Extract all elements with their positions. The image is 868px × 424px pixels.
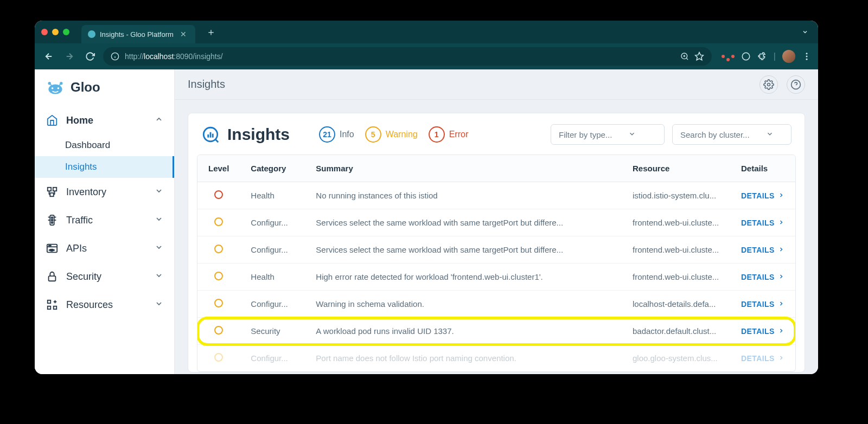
new-tab-button[interactable]: ＋ (201, 25, 221, 38)
content: Insights 21 Info 5 Warning 1 (175, 100, 818, 374)
chevron-right-icon (778, 273, 784, 281)
stat-err-label: Error (449, 130, 469, 139)
help-button[interactable] (787, 75, 805, 94)
stat-info-label: Info (340, 130, 354, 139)
chevron-down-icon (155, 187, 163, 198)
stat-error[interactable]: 1 Error (429, 126, 469, 143)
cell-level (197, 264, 240, 291)
level-warning-icon (214, 217, 223, 226)
inventory-icon (46, 185, 59, 198)
nav-security[interactable]: Security (35, 262, 174, 291)
stat-warning[interactable]: 5 Warning (365, 126, 418, 143)
page-title: Insights (188, 78, 225, 91)
brand-logo-icon (46, 79, 65, 95)
stat-info[interactable]: 21 Info (319, 126, 354, 143)
cell-summary: Services select the same workload with s… (305, 236, 622, 264)
cell-category: Health (240, 264, 305, 291)
browser-menu-icon[interactable] (802, 52, 812, 61)
level-warning-icon (214, 245, 223, 253)
sidebar: Gloo Home Dashboard Insights Inventory (35, 69, 175, 374)
svg-point-30 (52, 220, 53, 221)
extension-circle-icon[interactable] (741, 52, 751, 61)
insights-table: Level Category Summary Resource Details … (197, 155, 796, 372)
settings-button[interactable] (760, 75, 778, 94)
window-controls (41, 29, 69, 35)
svg-point-10 (742, 53, 750, 60)
table-row: Configur...Services select the same work… (197, 209, 795, 236)
profile-avatar[interactable] (782, 50, 795, 63)
bookmark-star-icon[interactable] (694, 52, 704, 61)
nav-apis-label: APIs (66, 243, 87, 254)
cell-summary: Services select the same workload with s… (305, 209, 622, 236)
chevron-right-icon (778, 300, 784, 309)
tab-title: Insights - Gloo Platform (100, 30, 174, 38)
details-link[interactable]: DETAILS (741, 219, 784, 227)
nav-security-label: Security (66, 271, 101, 282)
window-minimize-icon[interactable] (52, 29, 59, 35)
tabs-menu-button[interactable] (799, 25, 812, 38)
nav-home[interactable]: Home (35, 106, 174, 134)
site-info-icon[interactable] (111, 52, 119, 61)
table-row: Configur...Warning in schema validation.… (197, 291, 795, 318)
details-link[interactable]: DETAILS (741, 327, 784, 336)
nav-apis[interactable]: <o> APIs (35, 234, 174, 262)
cell-summary: A workload pod runs invalid UID 1337. (305, 318, 622, 345)
tab-favicon-icon (88, 30, 95, 38)
details-link[interactable]: DETAILS (741, 354, 784, 363)
zoom-icon[interactable] (680, 52, 689, 61)
tab-close-icon[interactable]: ✕ (178, 30, 189, 38)
browser-tab[interactable]: Insights - Gloo Platform ✕ (81, 25, 195, 43)
svg-point-12 (806, 56, 808, 57)
chevron-down-icon (155, 215, 163, 226)
chevron-right-icon (778, 246, 784, 254)
svg-point-47 (768, 83, 770, 86)
table-row: HealthNo running instances of this istio… (197, 182, 795, 209)
th-summary: Summary (305, 155, 622, 182)
chevron-right-icon (778, 327, 784, 336)
nav-dashboard[interactable]: Dashboard (35, 134, 174, 156)
window-close-icon[interactable] (41, 29, 48, 35)
chevron-down-icon (155, 243, 163, 254)
cell-details: DETAILS (730, 236, 795, 264)
nav-forward-icon[interactable] (62, 49, 77, 64)
th-level: Level (197, 155, 240, 182)
extension-asana-icon[interactable] (722, 55, 735, 58)
stat-warn-label: Warning (386, 130, 418, 139)
nav-traffic[interactable]: Traffic (35, 206, 174, 234)
chevron-right-icon (778, 219, 784, 227)
filter-type-select[interactable]: Filter by type... (551, 124, 665, 145)
extensions-icon[interactable] (757, 52, 767, 61)
level-warning-icon (214, 326, 223, 335)
chevron-down-icon (155, 299, 163, 311)
svg-point-16 (58, 87, 60, 89)
details-link[interactable]: DETAILS (741, 273, 784, 281)
svg-point-13 (806, 59, 808, 60)
cell-summary: Port name does not follow Istio port nam… (305, 345, 622, 372)
nav-insights[interactable]: Insights (35, 156, 174, 178)
filters: Filter by type... Search by cluster... (551, 124, 792, 145)
stat-err-count: 1 (429, 126, 445, 143)
details-link[interactable]: DETAILS (741, 246, 784, 254)
lock-icon (46, 270, 59, 283)
level-warning-icon (214, 299, 223, 307)
nav-traffic-label: Traffic (66, 215, 93, 226)
cell-level (197, 236, 240, 264)
details-link[interactable]: DETAILS (741, 191, 784, 200)
chevron-down-icon (155, 271, 163, 282)
nav-back-icon[interactable] (41, 49, 56, 64)
svg-rect-22 (53, 188, 56, 191)
nav-resources[interactable]: Resources (35, 291, 174, 319)
url-bar[interactable]: http://localhost:8090/insights/ (103, 47, 712, 66)
svg-point-31 (52, 222, 53, 223)
cell-summary: Warning in schema validation. (305, 291, 622, 318)
nav-inventory[interactable]: Inventory (35, 178, 174, 206)
brand-name: Gloo (71, 80, 100, 95)
details-link[interactable]: DETAILS (741, 300, 784, 309)
window-maximize-icon[interactable] (63, 29, 69, 35)
insights-card: Insights 21 Info 5 Warning 1 (188, 113, 805, 372)
reload-icon[interactable] (82, 49, 98, 64)
filter-cluster-select[interactable]: Search by cluster... (672, 124, 792, 145)
cell-resource: frontend.web-ui.cluste... (622, 264, 730, 291)
svg-text:<o>: <o> (49, 248, 55, 252)
cell-category: Security (240, 318, 305, 345)
